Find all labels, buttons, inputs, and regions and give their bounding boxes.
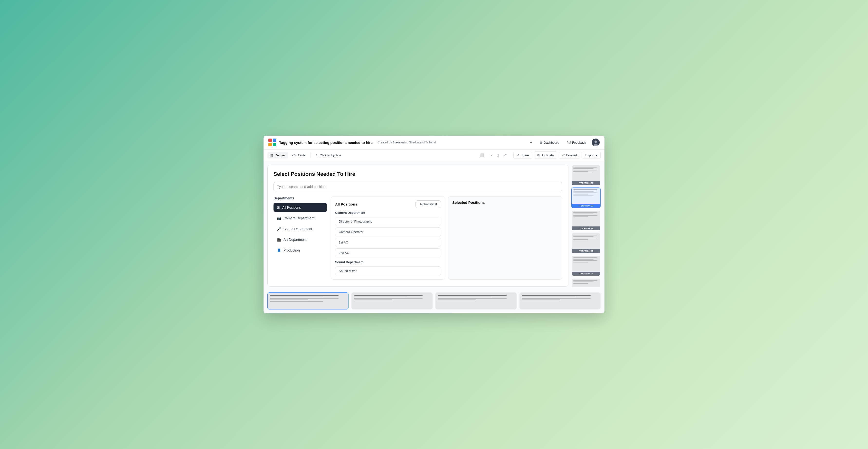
export-button[interactable]: Export ▾ <box>582 152 600 159</box>
code-icon: </> <box>292 153 297 157</box>
iteration-27-card[interactable]: ITERATION 27 <box>571 188 600 208</box>
iteration-24-label: ITERATION 24 <box>572 272 600 276</box>
iteration-26-label: ITERATION 26 <box>572 226 600 230</box>
click-to-update-button[interactable]: ↖ Click to Update <box>313 152 344 159</box>
thumb-card-3[interactable] <box>435 292 517 310</box>
preview-line <box>573 191 593 192</box>
preview-line <box>573 257 597 258</box>
position-2nd-ac[interactable]: 2nd AC <box>335 248 441 257</box>
plus-button[interactable]: + <box>528 140 534 146</box>
tablet-view-button[interactable]: ▭ <box>487 152 494 159</box>
preview-line <box>573 238 597 238</box>
feedback-button[interactable]: 💬 Feedback <box>565 140 588 146</box>
right-actions: ↗ Share ⧉ Duplicate ↺ Convert Export ▾ <box>514 152 600 159</box>
thumb-line <box>522 298 591 299</box>
svg-point-5 <box>594 140 597 143</box>
duplicate-icon: ⧉ <box>537 153 539 157</box>
camera-icon: 📷 <box>277 216 281 220</box>
all-positions-panel: All Positions Alphabetical Camera Depart… <box>331 196 445 280</box>
main-content: Select Positions Needed To Hire Departme… <box>264 161 604 290</box>
thumb-line <box>354 298 423 299</box>
person-icon: 👤 <box>277 248 281 252</box>
iteration-28-label: ITERATION 28 <box>572 181 600 185</box>
desktop-view-button[interactable]: ⬜ <box>478 152 486 159</box>
thumb-line <box>522 296 575 297</box>
positions-area: All Positions Alphabetical Camera Depart… <box>331 196 562 280</box>
preview-line <box>573 280 597 281</box>
render-icon: ▦ <box>270 153 273 157</box>
header: Tagging system for selecting positions n… <box>264 136 604 150</box>
app-card: Select Positions Needed To Hire Departme… <box>268 165 568 287</box>
preview-line <box>573 167 597 167</box>
app-logo <box>269 138 276 146</box>
page-title: Select Positions Needed To Hire <box>274 171 562 177</box>
thumb-line <box>522 295 591 296</box>
position-sound-mixer[interactable]: Sound Mixer <box>335 266 441 276</box>
iteration-26-preview <box>572 211 600 226</box>
mobile-view-button[interactable]: ▯ <box>495 152 501 159</box>
sidebar-item-camera-department[interactable]: 📷 Camera Department <box>274 214 327 223</box>
position-director-of-photography[interactable]: Director of Photography <box>335 217 441 226</box>
selected-positions-panel: Selected Positions <box>448 196 562 280</box>
iteration-27-label: ITERATION 27 <box>572 204 600 208</box>
share-button[interactable]: ↗ Share <box>514 152 532 159</box>
chevron-down-icon: ▾ <box>596 153 597 157</box>
thumb-line <box>522 299 560 300</box>
iteration-28-preview <box>572 165 600 181</box>
search-input[interactable] <box>274 182 562 191</box>
sidebar-item-production[interactable]: 👤 Production <box>274 246 327 255</box>
sort-alphabetical-button[interactable]: Alphabetical <box>415 200 441 208</box>
cursor-icon: ↖ <box>316 153 318 157</box>
preview-line <box>573 262 588 262</box>
preview-line <box>573 235 597 235</box>
thumb-line <box>354 299 392 300</box>
thumb-line <box>270 295 339 296</box>
iteration-28-card[interactable]: ITERATION 28 <box>571 165 600 186</box>
iteration-24-preview <box>572 256 600 272</box>
preview-line <box>573 215 597 216</box>
thumb-line <box>270 301 323 302</box>
position-1st-ac[interactable]: 1st AC <box>335 238 441 247</box>
thumb-line <box>354 296 407 297</box>
position-camera-operator[interactable]: Camera Operator <box>335 227 441 236</box>
toolbar: ▦ Render </> Code ↖ Click to Update ⬜ ▭ … <box>264 150 604 161</box>
preview-line <box>573 170 597 170</box>
convert-button[interactable]: ↺ Convert <box>559 152 580 159</box>
preview-line <box>573 259 593 260</box>
preview-line <box>573 214 593 214</box>
preview-line <box>573 236 593 237</box>
sidebar-item-art-department[interactable]: 🎬 Art Department <box>274 235 327 244</box>
bottom-thumbnails <box>264 290 604 313</box>
preview-line <box>573 194 588 195</box>
render-tab[interactable]: ▦ Render <box>268 152 288 159</box>
iteration-24-card[interactable]: ITERATION 24 <box>571 255 600 276</box>
thumb-line <box>270 299 308 300</box>
sidebar-item-all-positions[interactable]: ⊞ All Positions <box>274 203 327 212</box>
svg-rect-2 <box>269 143 272 146</box>
preview-line <box>573 283 588 284</box>
departments-sidebar: Departments ⊞ All Positions 📷 Camera Dep… <box>274 196 327 280</box>
iterations-sidebar: ITERATION 28 ITERATION 27 <box>571 165 600 287</box>
duplicate-button[interactable]: ⧉ Duplicate <box>534 152 557 159</box>
thumb-line <box>354 295 423 296</box>
preview-line <box>573 192 597 193</box>
chat-icon: 💬 <box>567 141 571 145</box>
iteration-26-card[interactable]: ITERATION 26 <box>571 210 600 231</box>
thumb-card-4[interactable] <box>520 292 600 310</box>
code-tab[interactable]: </> Code <box>289 152 309 159</box>
view-buttons: ⬜ ▭ ▯ ⤢ <box>478 152 508 159</box>
preview-line <box>573 173 593 173</box>
thumb-card-1[interactable] <box>268 292 348 310</box>
thumb-line <box>438 295 506 296</box>
preview-line <box>573 168 593 169</box>
thumb-line <box>270 296 323 297</box>
iteration-25-card[interactable]: ITERATION 25 <box>571 233 600 254</box>
iteration-23-card[interactable]: ITERATION 23 <box>571 278 600 287</box>
thumb-line <box>438 299 476 300</box>
sidebar-item-sound-department[interactable]: 🎤 Sound Department <box>274 224 327 233</box>
preview-line <box>573 239 588 240</box>
thumb-card-2[interactable] <box>351 292 433 310</box>
dashboard-button[interactable]: ⊞ Dashboard <box>538 140 561 146</box>
mic-icon: 🎤 <box>277 227 281 231</box>
fullscreen-view-button[interactable]: ⤢ <box>502 152 508 159</box>
